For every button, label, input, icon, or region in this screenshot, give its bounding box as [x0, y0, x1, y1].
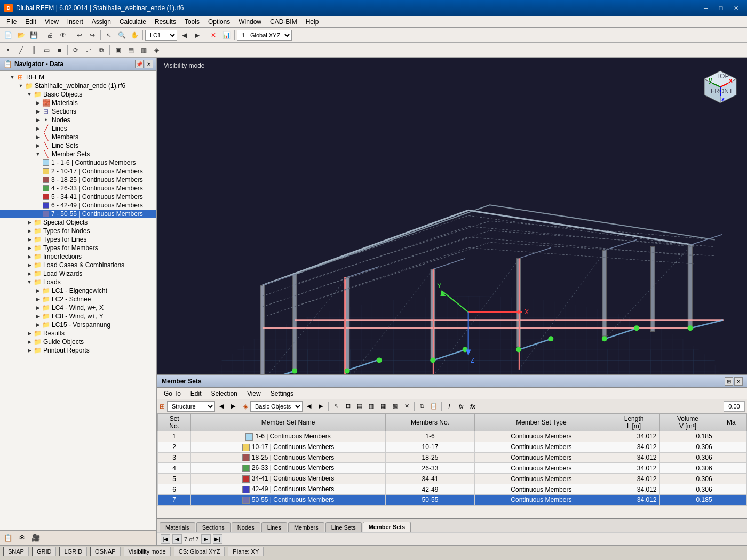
tree-types-lines[interactable]: ▶ 📁 Types for Lines — [0, 235, 156, 244]
coord-sys-combo[interactable]: 1 - Global XYZ — [237, 30, 292, 41]
tb-pan[interactable]: ✋ — [129, 29, 140, 41]
nav-view-btn[interactable]: 🎥 — [30, 532, 42, 544]
tab-member-sets[interactable]: Member Sets — [363, 522, 411, 532]
ms-icon1-btn[interactable]: ▥ — [366, 401, 377, 412]
tb2-node[interactable]: • — [2, 44, 14, 56]
tree-lc2[interactable]: ▶ 📁 LC2 - Schnee — [0, 295, 156, 303]
tb-results[interactable]: 📊 — [220, 29, 232, 41]
ms-icon2-btn[interactable]: ▦ — [378, 401, 388, 412]
table-row[interactable]: 318-25 | Continuous Members18-25Continuo… — [158, 452, 747, 463]
maximize-button[interactable]: □ — [714, 3, 728, 13]
minimize-button[interactable]: ─ — [699, 3, 713, 13]
ms-prev-btn[interactable]: ◀ — [216, 401, 227, 412]
tb-save[interactable]: 💾 — [28, 29, 39, 41]
ms-filter-btn[interactable]: ▤ — [354, 401, 365, 412]
menu-tools[interactable]: Tools — [180, 17, 204, 27]
menu-file[interactable]: File — [2, 17, 21, 27]
ms-delete-btn[interactable]: ✕ — [401, 401, 412, 412]
tb-print[interactable]: 🖨 — [44, 29, 56, 41]
ms-fxb-btn[interactable]: fx — [467, 401, 478, 412]
ms-menu-view[interactable]: View — [243, 389, 265, 398]
tb-undo[interactable]: ↩ — [74, 29, 85, 41]
status-snap[interactable]: SNAP — [3, 547, 29, 556]
tree-lc4[interactable]: ▶ 📁 LC4 - Wind, w+, X — [0, 303, 156, 312]
table-row[interactable]: 210-17 | Continuous Members10-17Continuo… — [158, 442, 747, 452]
tree-materials[interactable]: ▶ 🧱 Materials — [0, 99, 156, 107]
nav-prev-btn[interactable]: ◀ — [172, 534, 182, 544]
tree-ms-5[interactable]: 5 - 34-41 | Continuous Members — [0, 193, 156, 201]
viewport[interactable]: Visibility mode — [157, 58, 747, 545]
table-row[interactable]: 11-6 | Continuous Members1-6Continuous M… — [158, 431, 747, 442]
ms-fx-btn[interactable]: fx — [456, 401, 466, 412]
tb2-3dview[interactable]: ◈ — [150, 44, 162, 56]
menu-cadbim[interactable]: CAD-BIM — [266, 17, 301, 27]
tb-lc-next[interactable]: ▶ — [191, 29, 203, 41]
tb-run[interactable]: ✕ — [208, 29, 219, 41]
ms-paste-btn[interactable]: 📋 — [428, 401, 439, 412]
cube-navigator[interactable]: x y z TOP FRONT — [699, 63, 742, 106]
tree-ms-2[interactable]: 2 - 10-17 | Continuous Members — [0, 167, 156, 175]
status-visibility[interactable]: Visibility mode — [124, 547, 171, 556]
tb-zoom[interactable]: 🔍 — [116, 29, 128, 41]
ms-menu-goto[interactable]: Go To — [160, 389, 185, 398]
ms-menu-settings[interactable]: Settings — [266, 389, 298, 398]
tb2-solid[interactable]: ■ — [53, 44, 65, 56]
tree-lc1[interactable]: ▶ 📁 LC1 - Eigengewicht — [0, 286, 156, 295]
menu-options[interactable]: Options — [204, 17, 234, 27]
tb-redo[interactable]: ↪ — [86, 29, 98, 41]
tree-nodes[interactable]: ▶ • Nodes — [0, 116, 156, 124]
ms-structure-combo[interactable]: Structure — [167, 401, 215, 412]
tree-special-objects[interactable]: ▶ 📁 Special Objects — [0, 218, 156, 227]
ms-float-btn[interactable]: ⊞ — [725, 377, 733, 386]
menu-edit[interactable]: Edit — [21, 17, 41, 27]
tb2-frontview[interactable]: ▣ — [112, 44, 124, 56]
load-case-combo[interactable]: LC1 LC2 LC4 — [145, 30, 177, 41]
tree-printout-reports[interactable]: ▶ 📁 Printout Reports — [0, 346, 156, 355]
menu-window[interactable]: Window — [234, 17, 266, 27]
tree-rfem-root[interactable]: ▼ ⊞ RFEM — [0, 73, 156, 82]
tb2-mirror[interactable]: ⇌ — [83, 44, 94, 56]
table-row[interactable]: 426-33 | Continuous Members26-33Continuo… — [158, 463, 747, 474]
tree-load-wizards[interactable]: ▶ 📁 Load Wizards — [0, 269, 156, 278]
tb2-topview[interactable]: ▥ — [138, 44, 149, 56]
ms-select-all-btn[interactable]: ⊞ — [343, 401, 353, 412]
tb2-line[interactable]: ╱ — [15, 44, 27, 56]
tb-new[interactable]: 📄 — [2, 29, 14, 41]
menu-results[interactable]: Results — [150, 17, 180, 27]
table-row[interactable]: 642-49 | Continuous Members42-49Continuo… — [158, 484, 747, 495]
tree-ms-3[interactable]: 3 - 18-25 | Continuous Members — [0, 175, 156, 184]
ms-close-btn[interactable]: ✕ — [734, 377, 743, 386]
ms-basic-objects-combo[interactable]: Basic Objects — [250, 401, 303, 412]
tree-guide-objects[interactable]: ▶ 📁 Guide Objects — [0, 338, 156, 346]
tb2-member[interactable]: ┃ — [28, 44, 39, 56]
ms-icon3-btn[interactable]: ▧ — [390, 401, 400, 412]
tree-ms-1[interactable]: 1 - 1-6 | Continuous Members — [0, 158, 156, 167]
tree-types-nodes[interactable]: ▶ 📁 Types for Nodes — [0, 227, 156, 235]
ms-formula-btn[interactable]: f — [444, 401, 455, 412]
ms-menu-edit[interactable]: Edit — [186, 389, 206, 398]
tree-file-node[interactable]: ▼ 📁 Stahlhalle_webinar_ende (1).rf6 — [0, 82, 156, 90]
tb2-rotate[interactable]: ⟳ — [70, 44, 82, 56]
tab-line-sets[interactable]: Line Sets — [325, 522, 362, 532]
status-osnap[interactable]: OSNAP — [90, 547, 121, 556]
member-sets-table-container[interactable]: SetNo. Member Set Name Members No. Membe… — [157, 413, 747, 518]
tab-materials[interactable]: Materials — [160, 522, 195, 532]
tb-select[interactable]: ↖ — [103, 29, 115, 41]
table-row[interactable]: 534-41 | Continuous Members34-41Continuo… — [158, 474, 747, 484]
tb2-sideview[interactable]: ▤ — [125, 44, 137, 56]
tree-lc15[interactable]: ▶ 📁 LC15 - Vorspannung — [0, 321, 156, 329]
tree-basic-objects[interactable]: ▼ 📁 Basic Objects — [0, 90, 156, 99]
navigator-pin[interactable]: 📌 — [135, 60, 144, 68]
status-lgrid[interactable]: LGRID — [59, 547, 87, 556]
ms-next-btn[interactable]: ▶ — [228, 401, 239, 412]
menu-insert[interactable]: Insert — [63, 17, 88, 27]
menu-assign[interactable]: Assign — [88, 17, 115, 27]
tree-ms-4[interactable]: 4 - 26-33 | Continuous Members — [0, 184, 156, 193]
table-row[interactable]: 750-55 | Continuous Members50-55Continuo… — [158, 494, 747, 505]
nav-first-btn[interactable]: |◀ — [161, 534, 170, 544]
tree-sections[interactable]: ▶ ⊟ Sections — [0, 107, 156, 116]
tab-sections[interactable]: Sections — [196, 522, 231, 532]
ms-select-btn[interactable]: ↖ — [331, 401, 341, 412]
tab-nodes[interactable]: Nodes — [232, 522, 260, 532]
nav-next-btn[interactable]: ▶ — [201, 534, 211, 544]
